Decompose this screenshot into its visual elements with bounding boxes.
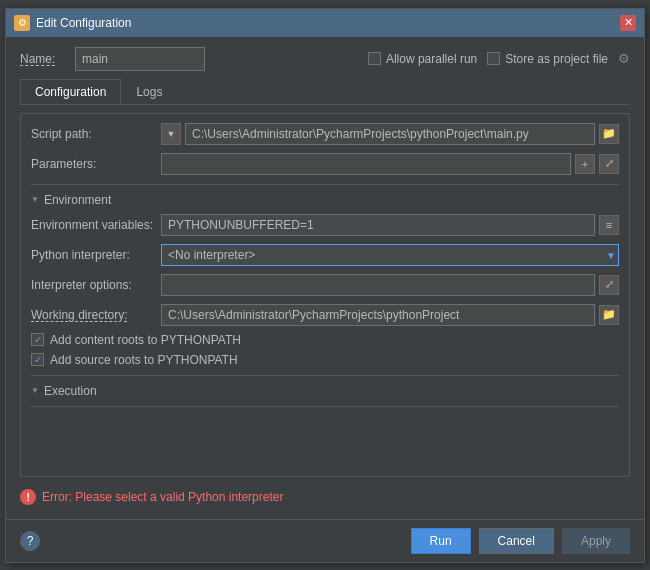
title-bar-left: ⚙ Edit Configuration bbox=[14, 15, 131, 31]
interpreter-options-input[interactable] bbox=[161, 274, 595, 296]
store-as-project-label: Store as project file bbox=[505, 52, 608, 66]
environment-label: Environment bbox=[44, 193, 111, 207]
interpreter-options-row: Interpreter options: ⤢ bbox=[31, 273, 619, 297]
content-roots-checkbox[interactable] bbox=[31, 333, 44, 346]
parameters-expand-button[interactable]: ⤢ bbox=[599, 154, 619, 174]
python-interpreter-select-wrapper: <No interpreter> ▼ bbox=[161, 244, 619, 266]
dialog-title: Edit Configuration bbox=[36, 16, 131, 30]
script-path-input[interactable] bbox=[185, 123, 595, 145]
dialog-icon: ⚙ bbox=[14, 15, 30, 31]
script-path-dropdown-button[interactable]: ▼ bbox=[161, 123, 181, 145]
tab-logs[interactable]: Logs bbox=[121, 79, 177, 104]
env-vars-input-group: ≡ bbox=[161, 214, 619, 236]
help-button[interactable]: ? bbox=[20, 531, 40, 551]
source-roots-checkbox[interactable] bbox=[31, 353, 44, 366]
source-roots-label: Add source roots to PYTHONPATH bbox=[50, 353, 238, 367]
env-vars-row: Environment variables: ≡ bbox=[31, 213, 619, 237]
footer-right: Run Cancel Apply bbox=[411, 528, 630, 554]
env-vars-edit-button[interactable]: ≡ bbox=[599, 215, 619, 235]
script-path-browse-button[interactable]: 📁 bbox=[599, 124, 619, 144]
working-directory-row: Working directory: 📁 bbox=[31, 303, 619, 327]
allow-parallel-label: Allow parallel run bbox=[386, 52, 477, 66]
parameters-input[interactable] bbox=[161, 153, 571, 175]
dialog-body: Name: Allow parallel run Store as projec… bbox=[6, 37, 644, 519]
content-roots-label: Add content roots to PYTHONPATH bbox=[50, 333, 241, 347]
dialog-footer: ? Run Cancel Apply bbox=[6, 519, 644, 562]
working-directory-input[interactable] bbox=[161, 304, 595, 326]
name-label: Name: bbox=[20, 52, 65, 66]
python-interpreter-label: Python interpreter: bbox=[31, 248, 161, 262]
parameters-add-button[interactable]: + bbox=[575, 154, 595, 174]
python-interpreter-row: Python interpreter: <No interpreter> ▼ bbox=[31, 243, 619, 267]
cancel-button[interactable]: Cancel bbox=[479, 528, 554, 554]
name-row: Name: Allow parallel run Store as projec… bbox=[20, 47, 630, 71]
env-vars-label: Environment variables: bbox=[31, 218, 161, 232]
allow-parallel-group: Allow parallel run bbox=[368, 52, 477, 66]
close-button[interactable]: ✕ bbox=[620, 15, 636, 31]
script-path-label: Script path: bbox=[31, 127, 161, 141]
tab-configuration[interactable]: Configuration bbox=[20, 79, 121, 104]
allow-parallel-checkbox[interactable] bbox=[368, 52, 381, 65]
environment-section-header[interactable]: ▼ Environment bbox=[31, 193, 619, 207]
error-icon: ! bbox=[20, 489, 36, 505]
title-bar: ⚙ Edit Configuration ✕ bbox=[6, 9, 644, 37]
environment-triangle-icon: ▼ bbox=[31, 195, 39, 204]
name-input[interactable] bbox=[75, 47, 205, 71]
content-roots-checkbox-row: Add content roots to PYTHONPATH bbox=[31, 333, 619, 347]
error-row: ! Error: Please select a valid Python in… bbox=[20, 485, 630, 509]
apply-button[interactable]: Apply bbox=[562, 528, 630, 554]
env-vars-input[interactable] bbox=[161, 214, 595, 236]
working-directory-input-group: 📁 bbox=[161, 304, 619, 326]
tabs: Configuration Logs bbox=[20, 79, 630, 105]
execution-section-header[interactable]: ▼ Execution bbox=[31, 384, 619, 398]
working-directory-label: Working directory: bbox=[31, 308, 161, 322]
python-interpreter-select[interactable]: <No interpreter> bbox=[161, 244, 619, 266]
parameters-label: Parameters: bbox=[31, 157, 161, 171]
store-as-project-checkbox[interactable] bbox=[487, 52, 500, 65]
execution-triangle-icon: ▼ bbox=[31, 386, 39, 395]
settings-gear-icon[interactable]: ⚙ bbox=[618, 51, 630, 66]
execution-divider bbox=[31, 406, 619, 407]
interpreter-options-expand-button[interactable]: ⤢ bbox=[599, 275, 619, 295]
interpreter-options-input-group: ⤢ bbox=[161, 274, 619, 296]
interpreter-options-label: Interpreter options: bbox=[31, 278, 161, 292]
parameters-input-group: + ⤢ bbox=[161, 153, 619, 175]
error-message: Error: Please select a valid Python inte… bbox=[42, 490, 283, 504]
footer-left: ? bbox=[20, 531, 40, 551]
edit-configuration-dialog: ⚙ Edit Configuration ✕ Name: Allow paral… bbox=[5, 8, 645, 563]
script-path-row: Script path: ▼ 📁 bbox=[31, 122, 619, 146]
form-section: Script path: ▼ 📁 Parameters: + ⤢ bbox=[20, 113, 630, 477]
divider-2 bbox=[31, 375, 619, 376]
store-as-project-group: Store as project file bbox=[487, 52, 608, 66]
divider-1 bbox=[31, 184, 619, 185]
run-button[interactable]: Run bbox=[411, 528, 471, 554]
execution-label: Execution bbox=[44, 384, 97, 398]
working-directory-browse-button[interactable]: 📁 bbox=[599, 305, 619, 325]
source-roots-checkbox-row: Add source roots to PYTHONPATH bbox=[31, 353, 619, 367]
parameters-row: Parameters: + ⤢ bbox=[31, 152, 619, 176]
script-path-input-group: ▼ 📁 bbox=[161, 123, 619, 145]
